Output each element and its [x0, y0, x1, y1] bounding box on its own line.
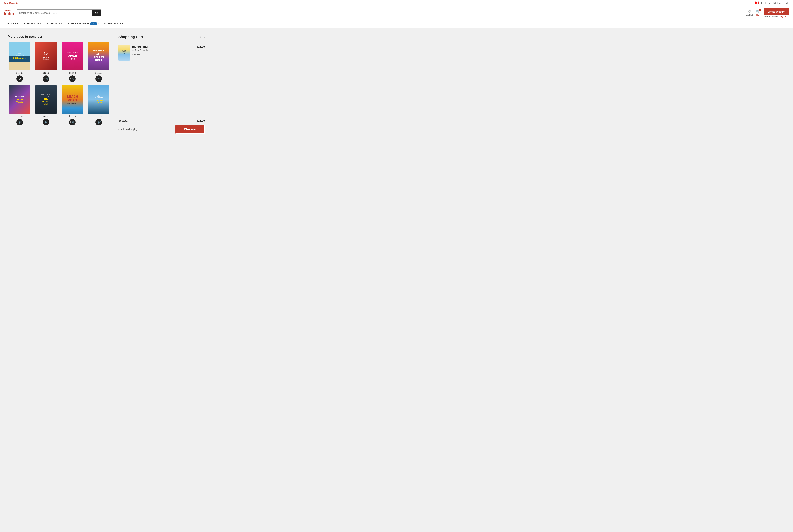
ebooks-chevron-icon: ▾	[17, 23, 18, 24]
cart-badge: 1	[759, 9, 761, 12]
language-label: English	[761, 2, 768, 4]
list-item: KEVIN KWAN Sex &Vanity $16.99 +🛒	[8, 85, 32, 126]
books-grid: Elin Hilderbrand 28 Summers $18.99 Emily	[8, 42, 111, 126]
book-price: $16.99	[16, 115, 23, 118]
cart-title: Shopping Cart	[118, 35, 143, 39]
svg-point-5	[20, 79, 20, 80]
add-cart-icon	[43, 77, 44, 80]
continue-shopping-button[interactable]: Continue shopping	[118, 128, 137, 131]
account-area: Create account Have an account? Sign in	[764, 8, 789, 18]
shopping-cart-panel: Shopping Cart 1 item Jennifer Weiner Big…	[115, 32, 209, 529]
nav-item-koboplus[interactable]: KOBO PLUS ▾	[44, 20, 65, 28]
heart-icon: ♡	[748, 10, 751, 14]
logo[interactable]: Rakuten kobo	[4, 10, 14, 16]
nav-item-audiobooks[interactable]: AUDIOBOOKS ▾	[21, 20, 44, 28]
main-content: More titles to consider Elin Hilderbrand…	[0, 28, 793, 532]
nav-superpoints-label: SUPER POINTS	[104, 22, 121, 25]
cart-book-author: by Jennifer Weiner	[132, 49, 194, 52]
cart-book-info: Big Summer by Jennifer Weiner Remove	[132, 45, 194, 56]
superpoints-chevron-icon: ▾	[122, 23, 123, 24]
cart-item: Jennifer Weiner Big Summer Big Summer by…	[118, 42, 205, 63]
book-cover-troubles[interactable]: Elin Hilderbrand Troublesin Paradise	[88, 85, 109, 114]
add-cart-icon	[18, 77, 21, 80]
book-price: $16.99	[43, 72, 50, 74]
gift-cards-link[interactable]: Gift Cards	[773, 2, 782, 4]
svg-point-4	[19, 79, 20, 80]
recommendations-title: More titles to consider	[8, 35, 111, 39]
add-to-cart-button[interactable]: +🛒	[43, 119, 49, 126]
search-bar[interactable]	[17, 9, 101, 16]
nav-ebooks-label: eBOOKS	[7, 22, 16, 25]
nav-bar: eBOOKS ▾ AUDIOBOOKS ▾ KOBO PLUS ▾ APPS &…	[0, 20, 793, 28]
cart-label: Cart	[756, 14, 760, 16]
cart-item-price: $13.99	[196, 45, 205, 48]
book-cover-lies[interactable]: Emily Giffin the lies that bind	[36, 42, 57, 70]
cart-actions: Continue shopping Checkout	[118, 125, 205, 134]
remove-item-button[interactable]: Remove	[132, 53, 140, 56]
cart-footer: Subtotal $13.99 Continue shopping Checko…	[118, 115, 205, 134]
book-price: $14.99	[43, 115, 50, 118]
add-to-cart-button[interactable]: +🛒	[69, 75, 76, 82]
nav-item-ebooks[interactable]: eBOOKS ▾	[4, 20, 21, 28]
svg-line-1	[97, 13, 98, 14]
search-button[interactable]	[92, 10, 101, 16]
subtotal-label: Subtotal	[118, 119, 128, 122]
cart-header: Shopping Cart 1 item	[118, 35, 205, 39]
create-account-button[interactable]: Create account	[764, 8, 789, 15]
cart-button[interactable]: 🛒 1 Cart	[756, 10, 760, 16]
book-cover-grownups[interactable]: marian keyes Grown Ups	[62, 42, 83, 70]
wishlist-label: Wishlist	[746, 14, 753, 16]
cart-book-title: Big Summer	[132, 45, 194, 48]
subtotal-amount: $13.99	[196, 119, 205, 122]
earn-rewards: Earn Rewards	[4, 2, 18, 4]
language-selector[interactable]: English ▾	[761, 2, 770, 4]
add-to-cart-button[interactable]	[16, 75, 23, 82]
add-to-cart-button[interactable]: +🛒	[16, 119, 23, 126]
search-icon	[95, 11, 98, 15]
list-item: EMMA STRAUB ALLADULTSHERE $16.99 +🛒	[87, 42, 111, 82]
sign-in-area: Have an account? Sign in	[764, 15, 789, 18]
lang-chevron-icon: ▾	[769, 2, 770, 4]
nav-koboplus-label: KOBO PLUS	[47, 22, 61, 25]
list-item: LUCY FOLEY ★ The Hunting Party THEGUESTL…	[34, 85, 58, 126]
list-item: Elin Hilderbrand Troublesin Paradise $18…	[87, 85, 111, 126]
header: Rakuten kobo ♡ Wishlist 🛒 1 Cart Create …	[0, 6, 793, 20]
book-cover-beachread[interactable]: BEACHREAD EMILY HENRY	[62, 85, 83, 114]
book-cover-guestlist[interactable]: LUCY FOLEY ★ The Hunting Party THEGUESTL…	[36, 85, 57, 114]
nav-item-apps[interactable]: APPS & eREADERS SALE ▾	[65, 20, 101, 28]
nav-item-superpoints[interactable]: SUPER POINTS ▾	[101, 20, 126, 28]
help-link[interactable]: Help	[785, 2, 789, 4]
list-item: marian keyes Grown Ups $14.99 +🛒	[60, 42, 84, 82]
nav-audiobooks-label: AUDIOBOOKS	[24, 22, 40, 25]
logo-kobo: kobo	[4, 12, 14, 16]
have-account-text: Have an account?	[764, 15, 779, 18]
add-to-cart-button[interactable]: +🛒	[43, 75, 49, 82]
top-bar: Earn Rewards 🇨🇦 English ▾ Gift Cards Hel…	[0, 0, 793, 6]
list-item: Emily Giffin the lies that bind $16.99 +…	[34, 42, 58, 82]
recommendations-panel: More titles to consider Elin Hilderbrand…	[4, 32, 115, 529]
koboplus-chevron-icon: ▾	[61, 23, 62, 24]
canada-flag: 🇨🇦	[755, 1, 759, 5]
book-cover-alladults[interactable]: EMMA STRAUB ALLADULTSHERE	[88, 42, 109, 70]
add-to-cart-button[interactable]: +🛒	[95, 75, 102, 82]
book-price: $11.99	[69, 115, 76, 118]
add-to-cart-button[interactable]: +🛒	[95, 119, 102, 126]
header-right: ♡ Wishlist 🛒 1 Cart Create account Have …	[746, 8, 789, 18]
search-input[interactable]	[17, 10, 92, 16]
book-cover-sexvanity[interactable]: KEVIN KWAN Sex &Vanity	[9, 85, 30, 114]
sign-in-link[interactable]: Sign in	[780, 15, 787, 18]
list-item: BEACHREAD EMILY HENRY $11.99 +🛒	[60, 85, 84, 126]
audiobooks-chevron-icon: ▾	[40, 23, 41, 24]
book-cover-28summers[interactable]: Elin Hilderbrand 28 Summers	[9, 42, 30, 70]
book-price: $18.99	[16, 72, 23, 74]
checkout-button[interactable]: Checkout	[176, 125, 205, 134]
book-price: $18.99	[95, 115, 102, 118]
cart-icon-wrap: 🛒 1	[756, 10, 760, 14]
nav-apps-label: APPS & eREADERS	[68, 22, 90, 25]
svg-point-0	[95, 12, 97, 14]
book-price: $16.99	[95, 72, 102, 74]
cart-item-count: 1 item	[198, 36, 205, 39]
book-price: $14.99	[69, 72, 76, 74]
wishlist-button[interactable]: ♡ Wishlist	[746, 10, 753, 16]
add-to-cart-button[interactable]: +🛒	[69, 119, 76, 126]
